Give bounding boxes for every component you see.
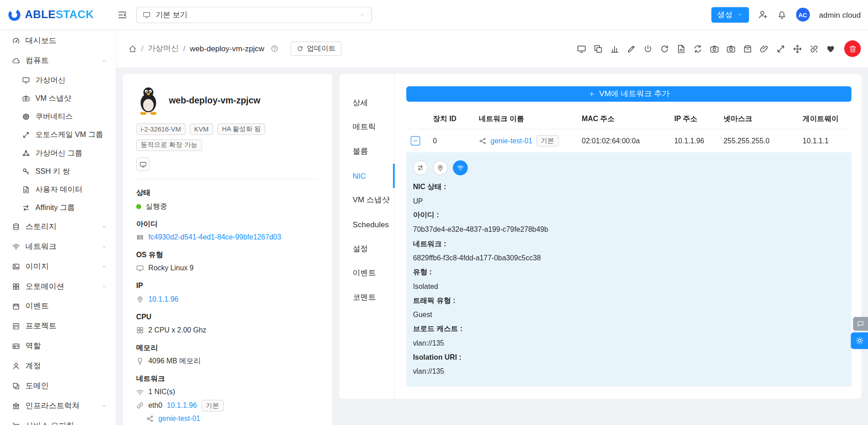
notifications-button[interactable] [777,10,786,20]
tab-volumes[interactable]: 볼륨 [339,139,394,164]
nic-row-actions [413,161,847,176]
destroy-button[interactable] [844,40,861,57]
tab-details[interactable]: 상세 [339,91,394,115]
edit-button[interactable] [626,43,636,54]
quick-console-button[interactable] [136,158,149,171]
detach-button[interactable] [809,43,819,54]
detail-tabs: 상세메트릭볼륨NICVM 스냅샷Schedules설정이벤트코멘트 [339,74,395,399]
attach-iso-button[interactable] [759,43,769,54]
swap-icon [22,204,30,211]
field-id: 아이디 fc4930d2-d541-4ed1-84ce-99bfe1267d03 [136,217,319,244]
app-header: ABLESTACK 기본 보기 생성 AC admin cloud [0,0,868,30]
create-button-label: 생성 [717,10,733,20]
camera-icon [22,94,30,102]
sidebar-item-vm-groups[interactable]: 가상머신 그룹 [0,144,116,162]
settings-button[interactable] [851,332,868,349]
migrate-button[interactable] [792,43,802,54]
volume-snapshot-button[interactable] [726,43,736,54]
sidebar-item-virtual-machines[interactable]: 가상머신 [0,71,116,89]
vm-id-link[interactable]: fc4930d2-d541-4ed1-84ce-99bfe1267d03 [148,230,281,244]
create-button[interactable]: 생성 [711,7,749,22]
sidebar-item-domains[interactable]: 도메인 [0,376,116,396]
sidebar-item-images[interactable]: 이미지 [0,257,116,277]
field-label: OS 유형 [136,248,319,261]
bulb-icon [136,357,144,365]
tab-events[interactable]: 이벤트 [339,261,394,286]
user-avatar[interactable]: AC [796,8,809,21]
tab-metrics[interactable]: 메트릭 [339,115,394,140]
nic-link-icon [136,401,144,409]
breadcrumb-current: web-deploy-vm-zpjcw [190,44,264,54]
copy-clipboard-button[interactable] [593,43,603,54]
sidebar-item-roles[interactable]: 역할 [0,336,116,356]
backup-button[interactable] [742,43,752,54]
favorite-button[interactable] [825,43,835,54]
sidebar-item-ssh-keypairs[interactable]: SSH 키 쌍 [0,162,116,180]
tab-schedules[interactable]: Schedules [339,212,394,237]
update-button[interactable]: 업데이트 [291,41,342,56]
comment-button[interactable] [853,317,868,331]
sidebar-item-automation[interactable]: 오토메이션 [0,277,116,297]
image-icon [12,263,20,270]
view-selector[interactable]: 기본 보기 [136,6,372,23]
tab-nic[interactable]: NIC [339,164,394,188]
nic-detail-value: Isolated [411,279,847,293]
bell-icon [777,10,786,20]
swap-icon [417,164,424,171]
sidebar-item-kubernetes[interactable]: 쿠버네티스 [0,107,116,126]
sidebar-item-service-offerings[interactable]: 서비스 오퍼링 [0,416,116,425]
reboot-button[interactable] [659,43,669,54]
vm-ip-link[interactable]: 10.1.1.96 [148,293,178,306]
collapse-row-button[interactable] [411,136,420,146]
question-circle-icon[interactable] [271,45,279,53]
brand-logo[interactable]: ABLESTACK [0,8,108,21]
sidebar-item-autoscale-vm-groups[interactable]: 오토스케일 VM 그룹 [0,126,116,144]
reinstall-button[interactable] [692,43,702,54]
console-button[interactable] [576,43,586,54]
sidebar-collapse-button[interactable] [118,10,128,20]
monitor-icon [577,44,586,54]
change-ip-button[interactable] [413,161,428,176]
db-icon [12,223,20,230]
sidebar-item-label: 사용자 데이터 [35,185,82,195]
pencil-icon [626,44,636,54]
reload-icon [297,45,304,52]
sidebar-item-compute[interactable]: 컴퓨트 [0,51,116,71]
nic-ip-link[interactable]: 10.1.1.96 [167,399,197,412]
network-name-link[interactable]: genie-test-01 [490,137,533,145]
sidebar-item-infrastructure[interactable]: 인프라스트럭쳐 [0,396,116,416]
field-label: CPU [136,310,319,323]
home-icon[interactable] [128,44,137,53]
menu-fold-icon [118,10,128,20]
breadcrumb-section[interactable]: 가상머신 [148,44,178,54]
sidebar-item-events[interactable]: 이벤트 [0,297,116,317]
add-user-button[interactable] [758,10,768,20]
nic-info-button[interactable] [453,161,468,176]
sidebar-item-network[interactable]: 네트워크 [0,237,116,257]
secondary-ip-button[interactable] [433,161,448,176]
sidebar-item-user-data[interactable]: 사용자 데이터 [0,181,116,199]
user-name[interactable]: admin cloud [819,10,861,20]
scale-vm-button[interactable] [775,43,785,54]
sidebar-item-projects[interactable]: 프로젝트 [0,316,116,336]
heart-icon [826,44,835,54]
sidebar-item-label: 컴퓨트 [25,56,49,66]
metrics-button[interactable] [610,43,620,54]
stop-button[interactable] [643,43,653,54]
sidebar-item-vm-snapshots[interactable]: VM 스냅샷 [0,89,116,107]
create-snapshot-button[interactable] [709,43,719,54]
add-network-button[interactable]: VM에 네트워크 추가 [406,86,851,102]
nic-detail-value: 70b37de4-e32e-4837-a199-c79fe278b49b [411,222,847,236]
sidebar-item-accounts[interactable]: 계정 [0,356,116,376]
sidebar-item-dashboard[interactable]: 대시보드 [0,31,116,51]
wifi-icon [136,388,144,396]
tab-settings[interactable]: 설정 [339,237,394,261]
tab-vm-snapshots[interactable]: VM 스냅샷 [339,188,394,213]
userdata-script-button[interactable] [676,43,686,54]
tab-comments[interactable]: 코멘트 [339,285,394,310]
sidebar-item-label: 인프라스트럭쳐 [25,401,80,411]
move-icon [793,44,802,54]
network-name-link[interactable]: genie-test-01 [158,412,201,425]
sidebar-item-storage[interactable]: 스토리지 [0,217,116,237]
sidebar-item-affinity-groups[interactable]: Affinity 그룹 [0,199,116,217]
